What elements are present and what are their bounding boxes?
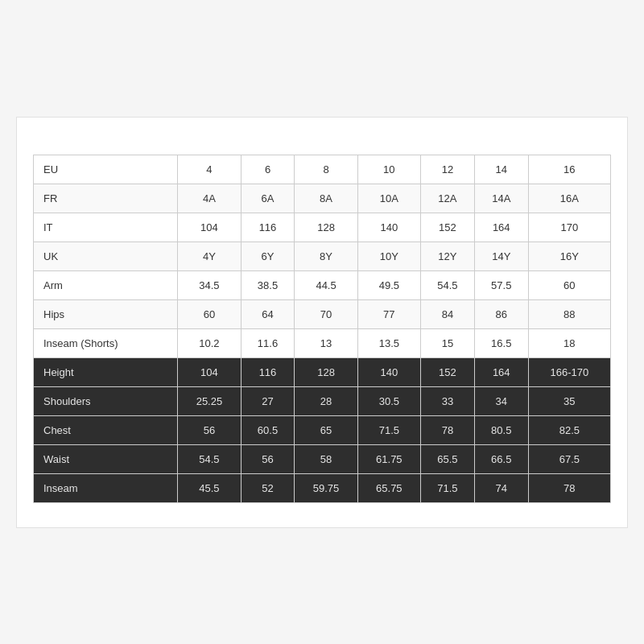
cell-8-6: 82.5 bbox=[528, 415, 610, 444]
cell-4-2: 70 bbox=[295, 299, 357, 328]
cell-5-4: 15 bbox=[420, 328, 474, 357]
table-row: Chest5660.56571.57880.582.5 bbox=[34, 415, 611, 444]
cell-7-2: 28 bbox=[295, 386, 357, 415]
cell-7-3: 30.5 bbox=[357, 386, 420, 415]
cell-4-5: 86 bbox=[474, 299, 528, 328]
row-label-7: Shoulders bbox=[34, 386, 178, 415]
cell-0-1: 6A bbox=[241, 184, 295, 213]
row-label-6: Height bbox=[34, 357, 178, 386]
cell-8-4: 78 bbox=[420, 415, 474, 444]
cell-5-5: 16.5 bbox=[474, 328, 528, 357]
table-row: Shoulders25.25272830.5333435 bbox=[34, 386, 611, 415]
cell-3-6: 60 bbox=[528, 270, 610, 299]
cell-8-0: 56 bbox=[178, 415, 241, 444]
cell-9-3: 61.75 bbox=[357, 444, 420, 473]
table-row: Waist54.5565861.7565.566.567.5 bbox=[34, 444, 611, 473]
table-row: IT104116128140152164170 bbox=[34, 213, 611, 242]
cell-0-2: 8A bbox=[295, 184, 357, 213]
table-row: Inseam45.55259.7565.7571.57478 bbox=[34, 473, 611, 502]
col-header-8: 8 bbox=[295, 155, 357, 184]
cell-10-3: 65.75 bbox=[357, 473, 420, 502]
cell-8-5: 80.5 bbox=[474, 415, 528, 444]
cell-0-5: 14A bbox=[474, 184, 528, 213]
row-label-1: IT bbox=[34, 213, 178, 242]
cell-0-3: 10A bbox=[357, 184, 420, 213]
row-label-2: UK bbox=[34, 242, 178, 270]
cell-3-0: 34.5 bbox=[178, 270, 241, 299]
cell-1-3: 140 bbox=[357, 213, 420, 242]
cell-5-3: 13.5 bbox=[357, 328, 420, 357]
cell-9-0: 54.5 bbox=[178, 444, 241, 473]
cell-2-4: 12Y bbox=[420, 242, 474, 270]
cell-1-2: 128 bbox=[295, 213, 357, 242]
cell-7-1: 27 bbox=[241, 386, 295, 415]
cell-8-3: 71.5 bbox=[357, 415, 420, 444]
table-row: Arm34.538.544.549.554.557.560 bbox=[34, 270, 611, 299]
cell-4-6: 88 bbox=[528, 299, 610, 328]
cell-9-4: 65.5 bbox=[420, 444, 474, 473]
cell-2-1: 6Y bbox=[241, 242, 295, 270]
size-table: EU46810121416 FR4A6A8A10A12A14A16AIT1041… bbox=[33, 155, 611, 503]
cell-10-6: 78 bbox=[528, 473, 610, 502]
cell-4-4: 84 bbox=[420, 299, 474, 328]
cell-3-4: 54.5 bbox=[420, 270, 474, 299]
cell-6-6: 166-170 bbox=[528, 357, 610, 386]
col-header-14: 14 bbox=[474, 155, 528, 184]
cell-2-0: 4Y bbox=[178, 242, 241, 270]
cell-6-2: 128 bbox=[295, 357, 357, 386]
table-body: FR4A6A8A10A12A14A16AIT104116128140152164… bbox=[34, 184, 611, 502]
col-header-12: 12 bbox=[420, 155, 474, 184]
col-header-16: 16 bbox=[528, 155, 610, 184]
cell-5-0: 10.2 bbox=[178, 328, 241, 357]
table-row: FR4A6A8A10A12A14A16A bbox=[34, 184, 611, 213]
cell-6-0: 104 bbox=[178, 357, 241, 386]
page-wrapper: EU46810121416 FR4A6A8A10A12A14A16AIT1041… bbox=[16, 117, 628, 528]
cell-1-5: 164 bbox=[474, 213, 528, 242]
cell-7-5: 34 bbox=[474, 386, 528, 415]
cell-6-5: 164 bbox=[474, 357, 528, 386]
cell-3-2: 44.5 bbox=[295, 270, 357, 299]
cell-5-6: 18 bbox=[528, 328, 610, 357]
cell-10-0: 45.5 bbox=[178, 473, 241, 502]
cell-2-5: 14Y bbox=[474, 242, 528, 270]
cell-7-0: 25.25 bbox=[178, 386, 241, 415]
cell-0-6: 16A bbox=[528, 184, 610, 213]
cell-1-6: 170 bbox=[528, 213, 610, 242]
cell-7-4: 33 bbox=[420, 386, 474, 415]
cell-4-3: 77 bbox=[357, 299, 420, 328]
cell-9-1: 56 bbox=[241, 444, 295, 473]
cell-3-1: 38.5 bbox=[241, 270, 295, 299]
col-header-4: 4 bbox=[178, 155, 241, 184]
cell-1-4: 152 bbox=[420, 213, 474, 242]
cell-4-0: 60 bbox=[178, 299, 241, 328]
cell-5-2: 13 bbox=[295, 328, 357, 357]
col-header-10: 10 bbox=[357, 155, 420, 184]
row-label-0: FR bbox=[34, 184, 178, 213]
cell-3-5: 57.5 bbox=[474, 270, 528, 299]
cell-9-5: 66.5 bbox=[474, 444, 528, 473]
col-header-label: EU bbox=[34, 155, 178, 184]
table-row: Inseam (Shorts)10.211.61313.51516.518 bbox=[34, 328, 611, 357]
table-row: Hips60647077848688 bbox=[34, 299, 611, 328]
row-label-3: Arm bbox=[34, 270, 178, 299]
cell-6-4: 152 bbox=[420, 357, 474, 386]
cell-9-6: 67.5 bbox=[528, 444, 610, 473]
cell-8-2: 65 bbox=[295, 415, 357, 444]
table-row: Height104116128140152164166-170 bbox=[34, 357, 611, 386]
row-label-9: Waist bbox=[34, 444, 178, 473]
cell-10-2: 59.75 bbox=[295, 473, 357, 502]
cell-6-3: 140 bbox=[357, 357, 420, 386]
table-row: UK4Y6Y8Y10Y12Y14Y16Y bbox=[34, 242, 611, 270]
cell-7-6: 35 bbox=[528, 386, 610, 415]
cell-0-4: 12A bbox=[420, 184, 474, 213]
row-label-5: Inseam (Shorts) bbox=[34, 328, 178, 357]
cell-8-1: 60.5 bbox=[241, 415, 295, 444]
cell-1-0: 104 bbox=[178, 213, 241, 242]
cell-2-2: 8Y bbox=[295, 242, 357, 270]
cell-10-5: 74 bbox=[474, 473, 528, 502]
cell-1-1: 116 bbox=[241, 213, 295, 242]
cell-2-6: 16Y bbox=[528, 242, 610, 270]
table-header-row: EU46810121416 bbox=[34, 155, 611, 184]
cell-9-2: 58 bbox=[295, 444, 357, 473]
cell-2-3: 10Y bbox=[357, 242, 420, 270]
